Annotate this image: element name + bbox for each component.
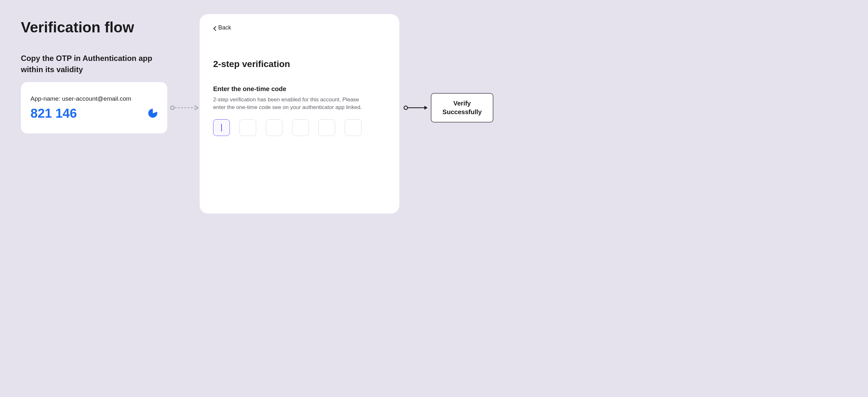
otp-digit-input[interactable] bbox=[345, 119, 362, 136]
otp-code: 821 146 bbox=[31, 106, 77, 121]
verify-success-chip: Verify Successfully bbox=[431, 93, 493, 123]
text-caret-icon bbox=[221, 124, 222, 131]
svg-point-0 bbox=[171, 106, 174, 110]
flow-arrow-dashed-icon bbox=[170, 104, 199, 111]
countdown-timer-icon bbox=[148, 108, 158, 118]
two-step-heading: 2-step verification bbox=[213, 59, 386, 69]
otp-digit-input[interactable] bbox=[292, 119, 309, 136]
authenticator-otp-card: App-name: user-account@email.com 821 146 bbox=[21, 82, 167, 133]
svg-point-2 bbox=[404, 106, 408, 110]
page-title: Verification flow bbox=[21, 19, 134, 36]
two-step-verification-card: Back 2-step verification Enter the one-t… bbox=[200, 14, 399, 213]
verify-success-label: Verify Successfully bbox=[435, 99, 490, 117]
enter-code-subheading: Enter the one-time code bbox=[213, 85, 386, 93]
otp-digit-input[interactable] bbox=[213, 119, 230, 136]
otp-digit-input[interactable] bbox=[240, 119, 256, 136]
back-button[interactable]: Back bbox=[213, 24, 231, 31]
otp-account-label: App-name: user-account@email.com bbox=[31, 95, 158, 102]
chevron-left-icon bbox=[213, 26, 216, 30]
back-label: Back bbox=[218, 24, 231, 31]
otp-input-row bbox=[213, 119, 386, 136]
flow-arrow-solid-icon bbox=[403, 104, 429, 111]
enter-code-description: 2-step verification has been enabled for… bbox=[213, 96, 364, 111]
otp-digit-input[interactable] bbox=[266, 119, 282, 136]
step-caption: Copy the OTP in Authentication app withi… bbox=[21, 53, 165, 75]
otp-digit-input[interactable] bbox=[318, 119, 335, 136]
